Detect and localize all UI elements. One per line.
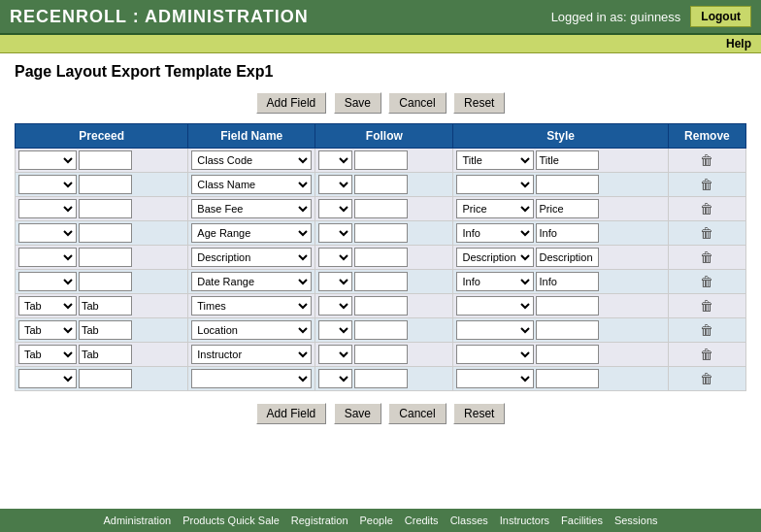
footer-link-registration[interactable]: Registration	[291, 515, 348, 526]
field-table: Preceed Field Name Follow Style Remove T…	[15, 123, 746, 391]
follow-cell	[315, 173, 453, 197]
delete-row-button[interactable]: 🗑	[700, 201, 713, 216]
delete-row-button[interactable]: 🗑	[700, 249, 713, 265]
footer-link-products-quick-sale[interactable]: Products Quick Sale	[182, 515, 280, 526]
style-cell: TitlePriceInfoDescription	[453, 246, 668, 270]
follow-cell	[315, 367, 453, 391]
footer-link-administration[interactable]: Administration	[103, 515, 171, 526]
save-button-bottom[interactable]: Save	[334, 403, 381, 424]
delete-row-button[interactable]: 🗑	[700, 371, 713, 386]
preceed-cell: Tab	[16, 221, 188, 246]
col-preceed: Preceed	[16, 124, 188, 149]
preceed-cell: Tab	[16, 367, 188, 391]
remove-cell: 🗑	[668, 246, 745, 270]
style-cell: TitlePriceInfoDescription	[453, 367, 668, 391]
reset-button-top[interactable]: Reset	[453, 92, 505, 114]
follow-cell	[315, 294, 453, 318]
bottom-toolbar: Add Field Save Cancel Reset	[15, 403, 746, 424]
preceed-cell: Tab	[16, 318, 188, 343]
table-row: Tab Class CodeClass NameBase FeeAge Rang…	[16, 246, 746, 270]
remove-cell: 🗑	[668, 294, 745, 318]
preceed-cell: Tab	[16, 270, 188, 294]
footer-link-sessions[interactable]: Sessions	[614, 515, 658, 526]
col-field-name: Field Name	[188, 124, 315, 149]
style-cell: TitlePriceInfoDescription	[453, 270, 668, 294]
style-cell: TitlePriceInfoDescription	[453, 197, 668, 221]
help-link[interactable]: Help	[726, 37, 751, 50]
field-name-cell: Class CodeClass NameBase FeeAge RangeDes…	[188, 318, 315, 343]
style-cell: TitlePriceInfoDescription	[453, 221, 668, 246]
table-row: Tab Class CodeClass NameBase FeeAge Rang…	[16, 221, 746, 246]
cancel-button-bottom[interactable]: Cancel	[388, 403, 446, 424]
remove-cell: 🗑	[668, 343, 745, 367]
field-name-cell: Class CodeClass NameBase FeeAge RangeDes…	[188, 246, 315, 270]
table-row: Tab Class CodeClass NameBase FeeAge Rang…	[16, 149, 746, 173]
add-field-button-bottom[interactable]: Add Field	[256, 403, 327, 424]
cancel-button-top[interactable]: Cancel	[388, 92, 446, 114]
save-button-top[interactable]: Save	[334, 92, 381, 114]
remove-cell: 🗑	[668, 221, 745, 246]
reset-button-bottom[interactable]: Reset	[453, 403, 505, 424]
field-name-cell: Class CodeClass NameBase FeeAge RangeDes…	[188, 197, 315, 221]
field-name-cell: Class CodeClass NameBase FeeAge RangeDes…	[188, 149, 315, 173]
follow-cell	[315, 270, 453, 294]
field-name-cell: Class CodeClass NameBase FeeAge RangeDes…	[188, 173, 315, 197]
preceed-cell: Tab	[16, 294, 188, 318]
remove-cell: 🗑	[668, 149, 745, 173]
remove-cell: 🗑	[668, 367, 745, 391]
follow-cell	[315, 246, 453, 270]
table-row: Tab Class CodeClass NameBase FeeAge Rang…	[16, 294, 746, 318]
style-cell: TitlePriceInfoDescription	[453, 343, 668, 367]
field-name-cell: Class CodeClass NameBase FeeAge RangeDes…	[188, 367, 315, 391]
footer-link-facilities[interactable]: Facilities	[561, 515, 603, 526]
follow-cell	[315, 197, 453, 221]
field-name-cell: Class CodeClass NameBase FeeAge RangeDes…	[188, 270, 315, 294]
footer-link-credits[interactable]: Credits	[405, 515, 439, 526]
logged-in-user: Logged in as: guinness	[551, 10, 681, 24]
follow-cell	[315, 343, 453, 367]
preceed-cell: Tab	[16, 343, 188, 367]
table-row: Tab Class CodeClass NameBase FeeAge Rang…	[16, 343, 746, 367]
footer-link-classes[interactable]: Classes	[450, 515, 488, 526]
top-toolbar: Add Field Save Cancel Reset	[15, 92, 746, 114]
delete-row-button[interactable]: 🗑	[700, 225, 713, 241]
app-title: RECENROLL : ADMINISTRATION	[10, 7, 309, 27]
footer-link-people[interactable]: People	[360, 515, 393, 526]
remove-cell: 🗑	[668, 318, 745, 343]
style-cell: TitlePriceInfoDescription	[453, 173, 668, 197]
follow-cell	[315, 149, 453, 173]
style-cell: TitlePriceInfoDescription	[453, 318, 668, 343]
col-style: Style	[453, 124, 668, 149]
logout-button[interactable]: Logout	[690, 6, 751, 27]
footer-link-instructors[interactable]: Instructors	[500, 515, 549, 526]
table-header-row: Preceed Field Name Follow Style Remove	[16, 124, 746, 149]
follow-cell	[315, 318, 453, 343]
footer-nav: AdministrationProducts Quick SaleRegistr…	[0, 509, 761, 532]
col-follow: Follow	[315, 124, 453, 149]
delete-row-button[interactable]: 🗑	[700, 322, 713, 338]
col-remove: Remove	[668, 124, 745, 149]
page-content: Page Layout Export Template Exp1 Add Fie…	[0, 53, 761, 473]
header: RECENROLL : ADMINISTRATION Logged in as:…	[0, 0, 761, 35]
delete-row-button[interactable]: 🗑	[700, 152, 713, 168]
follow-cell	[315, 221, 453, 246]
header-right: Logged in as: guinness Logout	[551, 6, 751, 27]
preceed-cell: Tab	[16, 246, 188, 270]
table-row: Tab Class CodeClass NameBase FeeAge Rang…	[16, 173, 746, 197]
field-name-cell: Class CodeClass NameBase FeeAge RangeDes…	[188, 294, 315, 318]
style-cell: TitlePriceInfoDescription	[453, 294, 668, 318]
remove-cell: 🗑	[668, 173, 745, 197]
remove-cell: 🗑	[668, 270, 745, 294]
remove-cell: 🗑	[668, 197, 745, 221]
preceed-cell: Tab	[16, 197, 188, 221]
field-name-cell: Class CodeClass NameBase FeeAge RangeDes…	[188, 343, 315, 367]
delete-row-button[interactable]: 🗑	[700, 298, 713, 314]
table-row: Tab Class CodeClass NameBase FeeAge Rang…	[16, 367, 746, 391]
delete-row-button[interactable]: 🗑	[700, 347, 713, 362]
delete-row-button[interactable]: 🗑	[700, 177, 713, 192]
add-field-button-top[interactable]: Add Field	[256, 92, 327, 114]
preceed-cell: Tab	[16, 173, 188, 197]
delete-row-button[interactable]: 🗑	[700, 274, 713, 289]
style-cell: TitlePriceInfoDescription	[453, 149, 668, 173]
table-row: Tab Class CodeClass NameBase FeeAge Rang…	[16, 318, 746, 343]
